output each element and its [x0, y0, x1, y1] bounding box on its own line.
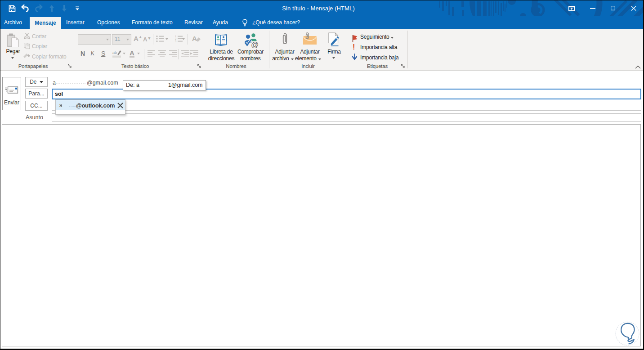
svg-text:ab: ab [112, 50, 117, 55]
svg-text:3: 3 [175, 40, 176, 43]
svg-text:@: @ [251, 40, 259, 49]
